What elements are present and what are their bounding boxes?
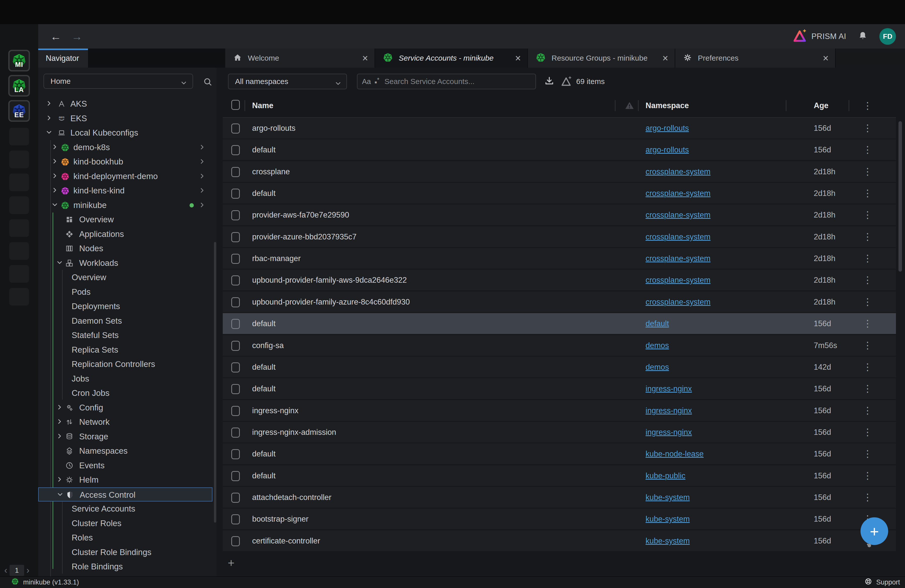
row-menu-kebab-icon[interactable]: ⋮ <box>862 378 873 399</box>
select-all-checkbox[interactable] <box>231 100 240 110</box>
namespace-link[interactable]: argo-rollouts <box>646 139 689 160</box>
tab-close-icon[interactable]: × <box>362 53 368 63</box>
chevron-right-icon[interactable] <box>51 186 59 196</box>
sidebar-item-minikube[interactable]: minikube <box>38 198 213 212</box>
tab-resource-groups-minikube[interactable]: Resource Groups - minikube× <box>528 49 675 68</box>
search-icon[interactable] <box>203 77 213 88</box>
chevron-right-icon[interactable] <box>45 100 53 109</box>
sidebar-item-nodes[interactable]: Nodes <box>38 242 213 256</box>
search-input[interactable]: Aa ▪* Search Service Accounts... <box>357 74 536 89</box>
tab-welcome[interactable]: Welcome× <box>225 49 375 68</box>
support-button[interactable]: Support <box>864 577 900 588</box>
rail-cluster-mi[interactable]: MI <box>8 50 30 72</box>
row-menu-kebab-icon[interactable]: ⋮ <box>862 270 873 291</box>
column-menu-icon[interactable]: ⋮ <box>862 94 873 117</box>
sidebar-item-eks[interactable]: awsEKS <box>38 111 213 126</box>
sidebar-item-config[interactable]: Config <box>38 400 213 415</box>
navigator-tab[interactable]: Navigator <box>38 49 88 68</box>
row-checkbox[interactable] <box>231 341 240 351</box>
table-row[interactable]: rbac-managercrossplane-system2d18h⋮ <box>223 248 896 269</box>
row-checkbox[interactable] <box>231 427 240 438</box>
sidebar-item-kind-bookhub[interactable]: kind-bookhub <box>38 155 213 169</box>
context-selector[interactable]: Home <box>43 74 193 89</box>
rail-cluster-ee[interactable]: EE <box>8 100 30 122</box>
pager-prev-icon[interactable]: ‹ <box>2 565 10 576</box>
namespace-link[interactable]: kube-system <box>646 531 690 551</box>
table-row[interactable]: argo-rolloutsargo-rollouts156d⋮ <box>223 118 896 139</box>
sidebar-item-kind-lens-kind[interactable]: kind-lens-kind <box>38 184 213 198</box>
row-menu-kebab-icon[interactable]: ⋮ <box>862 118 873 138</box>
sidebar-item-cluster-role-bindings[interactable]: Cluster Role Bindings <box>38 545 213 559</box>
namespace-link[interactable]: demos <box>646 335 669 356</box>
table-row[interactable]: defaultkube-node-lease156d⋮ <box>223 443 896 465</box>
row-menu-kebab-icon[interactable]: ⋮ <box>862 422 873 443</box>
sidebar-item-local-kubeconfigs[interactable]: Local Kubeconfigs <box>38 126 213 140</box>
row-menu-kebab-icon[interactable]: ⋮ <box>862 357 873 378</box>
namespace-link[interactable]: crossplane-system <box>646 270 710 291</box>
namespace-link[interactable]: default <box>646 313 669 334</box>
table-row[interactable]: attachdetach-controllerkube-system156d⋮ <box>223 487 896 508</box>
chevron-right-icon[interactable] <box>56 475 64 485</box>
pager-next-icon[interactable]: › <box>24 565 32 576</box>
sidebar-item-cluster-roles[interactable]: Cluster Roles <box>38 516 213 531</box>
sidebar-item-overview[interactable]: Overview <box>38 213 213 227</box>
row-menu-kebab-icon[interactable]: ⋮ <box>862 161 873 182</box>
table-row[interactable]: upbound-provider-family-aws-9dca2646e322… <box>223 270 896 291</box>
chevron-right-icon[interactable] <box>198 172 206 182</box>
chevron-right-icon[interactable] <box>198 201 206 211</box>
sidebar-item-jobs[interactable]: Jobs <box>38 372 213 386</box>
chevron-right-icon[interactable] <box>56 404 64 413</box>
namespace-link[interactable]: crossplane-system <box>646 183 710 204</box>
chevron-right-icon[interactable] <box>198 187 206 196</box>
tab-close-icon[interactable]: × <box>823 53 829 63</box>
row-menu-kebab-icon[interactable]: ⋮ <box>862 335 873 356</box>
table-row[interactable]: bootstrap-signerkube-system156d⋮ <box>223 509 896 530</box>
row-menu-kebab-icon[interactable]: ⋮ <box>862 139 873 160</box>
table-row[interactable]: config-sademos7m56s⋮ <box>223 335 896 356</box>
sidebar-item-network[interactable]: Network <box>38 415 213 429</box>
chevron-right-icon[interactable] <box>45 114 53 124</box>
namespace-link[interactable]: kube-node-lease <box>646 443 703 464</box>
table-row[interactable]: defaultdemos142d⋮ <box>223 357 896 378</box>
row-checkbox[interactable] <box>231 406 240 416</box>
table-row[interactable]: provider-aws-fa70e7e29590crossplane-syst… <box>223 205 896 226</box>
chevron-right-icon[interactable] <box>51 172 59 181</box>
row-checkbox[interactable] <box>231 254 240 264</box>
chevron-right-icon[interactable] <box>51 157 59 167</box>
namespace-link[interactable]: kube-system <box>646 509 690 529</box>
row-menu-kebab-icon[interactable]: ⋮ <box>862 487 873 508</box>
row-menu-kebab-icon[interactable]: ⋮ <box>862 313 873 334</box>
sidebar-item-aks[interactable]: AKS <box>38 97 213 111</box>
sidebar-item-workloads[interactable]: Workloads <box>38 256 213 270</box>
row-menu-kebab-icon[interactable]: ⋮ <box>862 443 873 464</box>
tab-close-icon[interactable]: × <box>662 53 668 63</box>
sidebar-item-helm[interactable]: Helm <box>38 473 213 487</box>
sidebar-item-stateful-sets[interactable]: Stateful Sets <box>38 328 213 342</box>
row-checkbox[interactable] <box>231 362 240 372</box>
table-row[interactable]: ingress-nginx-admissioningress-nginx156d… <box>223 422 896 443</box>
chevron-down-icon[interactable] <box>56 259 64 269</box>
table-row[interactable]: upbound-provider-family-azure-8c4c60dfd9… <box>223 291 896 313</box>
row-checkbox[interactable] <box>231 124 240 133</box>
sidebar-item-kind-deployment-demo[interactable]: kind-deployment-demo <box>38 169 213 183</box>
namespace-link[interactable]: crossplane-system <box>646 226 710 247</box>
row-menu-kebab-icon[interactable]: ⋮ <box>862 248 873 269</box>
tab-service-accounts-minikube[interactable]: Service Accounts - minikube× <box>375 49 528 68</box>
column-header-namespace[interactable]: Namespace <box>646 94 689 117</box>
sidebar-item-service-accounts[interactable]: Service Accounts <box>38 502 213 516</box>
row-checkbox[interactable] <box>231 471 240 481</box>
row-checkbox[interactable] <box>231 145 240 155</box>
sidebar-item-events[interactable]: Events <box>38 458 213 472</box>
namespace-link[interactable]: kube-public <box>646 465 686 486</box>
forward-icon[interactable]: → <box>71 31 83 42</box>
sidebar-item-cron-jobs[interactable]: Cron Jobs <box>38 386 213 400</box>
create-resource-fab[interactable]: + <box>861 517 888 545</box>
namespace-link[interactable]: argo-rollouts <box>646 118 689 138</box>
namespace-filter-select[interactable]: All namespaces <box>228 74 347 89</box>
table-row[interactable]: certificate-controllerkube-system156d⋮ <box>223 531 896 552</box>
table-row[interactable]: provider-azure-bbd2037935c7crossplane-sy… <box>223 226 896 248</box>
rail-cluster-la[interactable]: LA <box>8 75 30 97</box>
chevron-down-icon[interactable] <box>45 129 53 138</box>
row-checkbox[interactable] <box>231 384 240 394</box>
row-checkbox[interactable] <box>231 536 240 546</box>
